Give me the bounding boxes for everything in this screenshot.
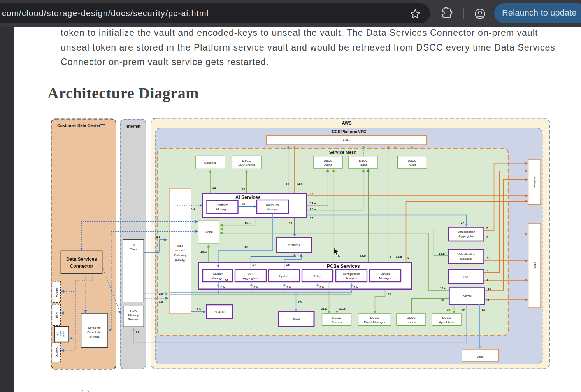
svg-text:Manager: Manager (267, 207, 279, 211)
svg-text:DL380A: DL380A (55, 347, 58, 357)
svg-text:21.b: 21.b (339, 307, 346, 311)
svg-text:(Envoy): (Envoy) (175, 258, 186, 262)
svg-text:Configuration: Configuration (343, 272, 360, 276)
svg-text:RDA: RDA (130, 309, 137, 313)
svg-text:CCS Platform VPC: CCS Platform VPC (332, 130, 366, 134)
svg-text:24.b: 24.b (396, 255, 402, 258)
svg-text:Istio: Istio (177, 244, 183, 248)
svg-text:29: 29 (441, 298, 444, 302)
svg-text:Fleet: Fleet (293, 318, 300, 321)
svg-text:DSCC: DSCC (407, 316, 416, 320)
svg-text:Virtualization: Virtualization (457, 230, 475, 234)
svg-text:Vault: Vault (477, 355, 484, 359)
svg-text:22.a: 22.a (310, 207, 316, 211)
svg-text:28: 28 (447, 308, 450, 312)
svg-text:19.d: 19.d (200, 250, 207, 253)
svg-text:27: 27 (136, 330, 139, 334)
svg-text:2.b: 2.b (286, 285, 291, 289)
svg-text:22.b: 22.b (360, 254, 366, 257)
svg-text:Tasks: Tasks (359, 163, 367, 167)
svg-text:2.b: 2.b (319, 285, 324, 289)
svg-text:Aggregator: Aggregator (458, 234, 474, 238)
svg-text:Manager: Manager (212, 276, 224, 280)
svg-text:4: 4 (389, 255, 391, 258)
svg-text:17: 17 (461, 221, 464, 225)
svg-text:DSCC: DSCC (242, 159, 251, 162)
svg-text:25: 25 (242, 188, 245, 191)
svg-text:Client: Client (130, 248, 138, 251)
svg-text:vCenter: vCenter (55, 287, 58, 297)
svg-text:Internet: Internet (126, 124, 141, 128)
svg-text:2.b: 2.b (353, 285, 358, 289)
svg-text:ESXi: ESXi (55, 312, 58, 318)
svg-text:2.d: 2.d (190, 207, 195, 211)
svg-text:Manager: Manager (216, 207, 229, 211)
svg-text:12: 12 (310, 192, 313, 196)
svg-text:Postgres: Postgres (533, 177, 536, 188)
svg-text:GreenLake: GreenLake (87, 330, 102, 334)
svg-text:17: 17 (310, 216, 313, 220)
svg-text:Ingress: Ingress (175, 249, 185, 252)
svg-text:27: 27 (461, 309, 465, 312)
svg-text:Platform: Platform (217, 203, 228, 207)
svg-text:Setup: Setup (313, 274, 321, 278)
svg-text:Aggregator: Aggregator (243, 276, 258, 280)
svg-text:Connector: Connector (70, 264, 93, 269)
svg-text:Analyzer: Analyzer (346, 276, 357, 280)
svg-text:CVP: CVP (463, 275, 469, 279)
svg-text:Servers: Servers (128, 318, 139, 321)
svg-text:1.b: 1.b (197, 308, 201, 311)
svg-text:Secrets: Secrets (331, 320, 342, 324)
svg-text:UI/: UI/ (132, 243, 136, 247)
svg-text:Manager: Manager (460, 257, 472, 260)
svg-text:Virtualization: Virtualization (457, 253, 475, 256)
svg-text:30: 30 (482, 309, 485, 312)
svg-text:15: 15 (286, 263, 290, 267)
svg-text:Service Mesh: Service Mesh (329, 150, 357, 155)
svg-text:DSCC: DSCC (442, 316, 451, 320)
svg-text:Device: Device (381, 272, 390, 276)
svg-text:2.b: 2.b (220, 285, 225, 289)
svg-text:DSCC: DSCC (332, 316, 341, 320)
svg-text:11: 11 (486, 298, 490, 302)
svg-text:HPE: HPE (56, 332, 59, 336)
svg-text:13: 13 (286, 182, 289, 186)
svg-text:PCBe Services: PCBe Services (327, 264, 360, 269)
svg-text:SSO Broker: SSO Broker (238, 163, 255, 167)
svg-text:16: 16 (289, 221, 292, 225)
svg-text:Kafka: Kafka (533, 262, 537, 269)
svg-text:21.a: 21.a (321, 307, 327, 311)
svg-text:NodePool: NodePool (266, 203, 279, 207)
svg-text:2.c: 2.c (156, 235, 161, 239)
svg-text:Manager: Manager (379, 276, 391, 280)
svg-text:32: 32 (212, 186, 216, 190)
svg-text:Cluster: Cluster (213, 272, 223, 276)
svg-text:AWS: AWS (342, 121, 351, 125)
svg-text:for Files: for Files (89, 335, 100, 338)
svg-text:9: 9 (487, 257, 489, 260)
svg-text:2.a: 2.a (159, 292, 163, 295)
svg-text:DSCC: DSCC (370, 316, 379, 320)
svg-text:ProLia: ProLia (60, 331, 62, 338)
svg-text:7: 7 (487, 268, 489, 272)
svg-text:18: 18 (244, 246, 248, 249)
svg-text:Gateway: Gateway (174, 253, 186, 257)
svg-text:14: 14 (252, 263, 256, 267)
svg-text:PCAI UI: PCAI UI (214, 310, 225, 314)
svg-text:Kafka: Kafka (343, 139, 350, 142)
svg-text:3: 3 (407, 256, 409, 260)
svg-text:6: 6 (486, 236, 488, 239)
svg-text:DSCC: DSCC (324, 159, 333, 162)
svg-text:Data Services: Data Services (66, 257, 97, 262)
svg-text:Portal Manager: Portal Manager (364, 320, 385, 324)
svg-text:API: API (248, 272, 253, 276)
svg-text:1.a: 1.a (159, 300, 163, 304)
svg-text:2.b: 2.b (253, 285, 258, 289)
svg-text:Issues: Issues (407, 320, 416, 324)
svg-text:AI Services: AI Services (235, 195, 261, 200)
svg-text:Audit: Audit (409, 163, 416, 167)
svg-text:19.a: 19.a (244, 221, 251, 225)
svg-text:Customer Data Center***: Customer Data Center*** (57, 123, 105, 128)
svg-text:Agent Auth: Agent Auth (439, 320, 454, 324)
svg-text:Cadence: Cadence (204, 161, 217, 165)
